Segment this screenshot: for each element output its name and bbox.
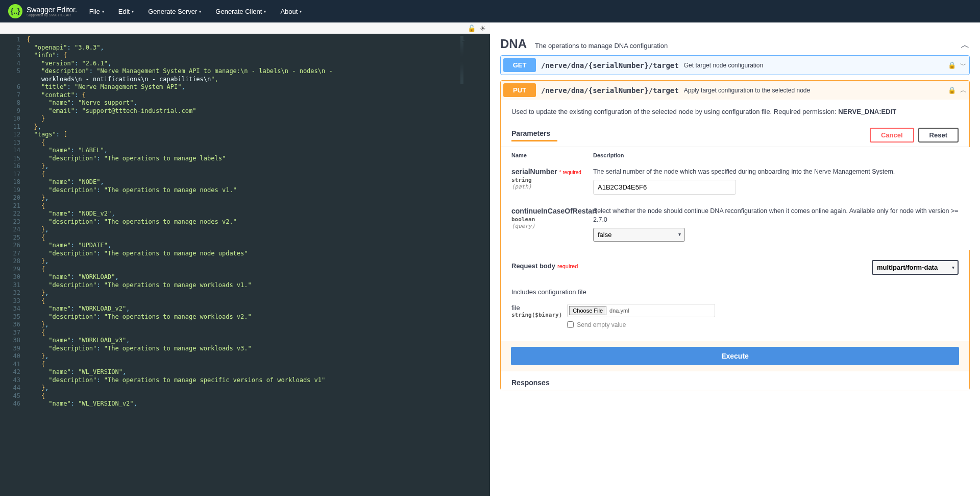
editor-pane: 🔓 ☀ 12345 678910111213141516171819202122… bbox=[0, 22, 490, 496]
column-header-name: Name bbox=[511, 152, 593, 158]
operation-description: Get target node configuration bbox=[684, 62, 943, 69]
tag-name: DNA bbox=[500, 37, 527, 51]
swagger-icon: {..} bbox=[8, 4, 22, 18]
line-gutter: 12345 6789101112131415161718192021222324… bbox=[0, 34, 27, 496]
send-empty-checkbox[interactable] bbox=[567, 321, 574, 328]
theme-icon[interactable]: ☀ bbox=[480, 25, 486, 32]
param-description: The serial number of the node which was … bbox=[593, 168, 960, 177]
menu-generate-server[interactable]: Generate Server▾ bbox=[148, 8, 201, 15]
file-param-type: string($binary) bbox=[511, 312, 562, 318]
operation-put-target: PUT /nerve/dna/{serialNumber}/target App… bbox=[500, 80, 970, 390]
method-badge-put: PUT bbox=[503, 83, 536, 97]
parameters-tab[interactable]: Parameters bbox=[511, 129, 866, 141]
logo-subtitle: Supported by SMARTBEAR bbox=[27, 13, 77, 17]
editor-toolbar: 🔓 ☀ bbox=[0, 22, 490, 34]
cancel-button[interactable]: Cancel bbox=[870, 128, 914, 143]
operation-path: /nerve/dna/{serialNumber}/target bbox=[541, 86, 679, 95]
lock-icon[interactable]: 🔓 bbox=[468, 25, 476, 32]
operation-summary[interactable]: PUT /nerve/dna/{serialNumber}/target App… bbox=[501, 81, 969, 100]
topbar: {..} Swagger Editor. Supported by SMARTB… bbox=[0, 0, 980, 22]
tag-header[interactable]: DNA The operations to manage DNA configu… bbox=[500, 33, 970, 55]
param-name: continueInCaseOfRestart bbox=[511, 207, 597, 215]
file-param-name: file bbox=[511, 304, 562, 312]
param-type: string bbox=[511, 177, 593, 183]
code-editor[interactable]: 12345 6789101112131415161718192021222324… bbox=[0, 34, 490, 496]
operation-get-target: GET /nerve/dna/{serialNumber}/target Get… bbox=[500, 55, 970, 75]
swagger-ui-pane[interactable]: DNA The operations to manage DNA configu… bbox=[490, 22, 980, 496]
code-content[interactable]: { "openapi": "3.0.3", "info": { "version… bbox=[27, 34, 459, 496]
minimap[interactable]: ▬▬▬▬▬▬▬▬▬▬▬▬▬▬▬▬▬▬▬▬▬▬▬▬▬▬▬▬▬▬▬▬▬▬▬▬▬▬▬▬… bbox=[459, 34, 490, 496]
chevron-down-icon[interactable]: ﹀ bbox=[960, 61, 967, 70]
menu-generate-client[interactable]: Generate Client▾ bbox=[215, 8, 266, 15]
menu-file[interactable]: File▾ bbox=[89, 8, 104, 15]
operation-description: Apply target configuration to the select… bbox=[684, 87, 943, 94]
chevron-up-icon[interactable]: ︿ bbox=[960, 86, 967, 95]
content-type-select[interactable]: multipart/form-data bbox=[872, 260, 959, 275]
menu-about[interactable]: About▾ bbox=[280, 8, 302, 15]
lock-icon[interactable]: 🔒 bbox=[948, 61, 956, 69]
menu-edit[interactable]: Edit▾ bbox=[118, 8, 134, 15]
continue-select[interactable]: false bbox=[593, 228, 685, 242]
reset-button[interactable]: Reset bbox=[918, 128, 959, 143]
chevron-up-icon[interactable]: ︿ bbox=[961, 39, 970, 51]
param-name: serialNumber bbox=[511, 168, 557, 176]
tag-description: The operations to manage DNA configurati… bbox=[535, 42, 952, 50]
logo[interactable]: {..} Swagger Editor. Supported by SMARTB… bbox=[8, 4, 77, 18]
responses-header: Responses bbox=[501, 371, 969, 390]
tag-section-dna: DNA The operations to manage DNA configu… bbox=[500, 33, 970, 390]
operation-summary[interactable]: GET /nerve/dna/{serialNumber}/target Get… bbox=[501, 56, 969, 75]
method-badge-get: GET bbox=[503, 58, 536, 72]
body-description: Includes configuration file bbox=[511, 288, 959, 296]
param-type: boolean bbox=[511, 216, 593, 223]
operation-path: /nerve/dna/{serialNumber}/target bbox=[541, 61, 679, 69]
top-menu: File▾ Edit▾ Generate Server▾ Generate Cl… bbox=[89, 8, 302, 15]
execute-button[interactable]: Execute bbox=[511, 347, 959, 365]
selected-file-name: dna.yml bbox=[609, 308, 629, 314]
request-body-title: Request bodyrequired bbox=[511, 262, 872, 270]
file-input[interactable]: Choose File dna.yml bbox=[567, 304, 715, 317]
operation-long-description: Used to update the existing configuratio… bbox=[501, 100, 969, 124]
lock-icon[interactable]: 🔒 bbox=[948, 86, 956, 94]
send-empty-label: Send empty value bbox=[577, 321, 626, 328]
param-description: Select whether the node should continue … bbox=[593, 207, 960, 225]
column-header-description: Description bbox=[593, 152, 960, 158]
serialnumber-input[interactable] bbox=[593, 180, 736, 195]
choose-file-button[interactable]: Choose File bbox=[569, 306, 606, 315]
param-row-continue: continueInCaseOfRestart boolean (query) … bbox=[501, 203, 970, 250]
param-in: (query) bbox=[511, 223, 593, 229]
param-row-serialnumber: serialNumber* required string (path) The… bbox=[501, 163, 970, 203]
param-in: (path) bbox=[511, 183, 593, 190]
logo-title: Swagger Editor. bbox=[27, 6, 77, 13]
required-indicator: * required bbox=[559, 170, 581, 175]
